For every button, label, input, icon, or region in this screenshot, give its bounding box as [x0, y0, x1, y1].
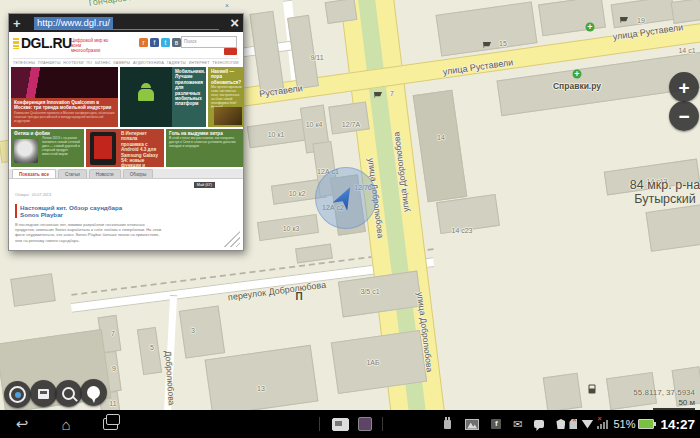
nav-item[interactable]: БИЗНЕС [95, 61, 111, 65]
screenshot-button[interactable] [331, 410, 349, 438]
article-block: Обзоры · 05.07.2013 Май (67) Настоящий к… [15, 182, 237, 243]
tile-image-android [120, 67, 172, 127]
tile-image [11, 67, 118, 98]
map-label: 9 [112, 365, 116, 372]
back-button[interactable]: ↩ [10, 410, 34, 438]
sim-error-icon: × [569, 419, 577, 429]
building [413, 90, 468, 203]
map-label: П [295, 291, 302, 302]
map-label: 7 [390, 90, 394, 97]
article-tile[interactable]: Haswell — пора обновиться? Мы протестиро… [208, 67, 243, 127]
building [10, 273, 55, 307]
nav-item[interactable]: ПО [87, 61, 93, 65]
article-tile[interactable]: Голь на выдумки хитра В этой статье мы р… [166, 129, 243, 167]
article-tile[interactable]: Конференция Innovation Qualcomm в Москве… [11, 67, 118, 127]
nav-item[interactable]: АУДИОТЕХНИКА [133, 61, 164, 65]
map-pin-icon [87, 386, 100, 399]
minimized-app-button[interactable] [358, 410, 372, 438]
twitter-icon[interactable]: t [161, 38, 170, 47]
tab-articles[interactable]: Статьи [58, 169, 87, 178]
bookmarks-button[interactable] [80, 379, 107, 406]
nav-item[interactable]: ГАДЖЕТЫ [167, 61, 186, 65]
nav-item[interactable]: ИНТЕРНЕТ [189, 61, 210, 65]
nav-item[interactable]: КАМЕРЫ [114, 61, 131, 65]
map-label: × [225, 2, 229, 9]
rss-icon[interactable]: r [139, 38, 148, 47]
vk-icon[interactable]: в [172, 38, 181, 47]
recents-button[interactable] [98, 410, 122, 438]
zoom-in-button[interactable]: + [669, 72, 699, 102]
home-button[interactable]: ⌂ [54, 410, 78, 438]
content-tabs: Показать все Статьи Новости Обзоры [9, 169, 243, 179]
article-tile[interactable]: В Интернет попала прошивка с Android 4.3… [86, 129, 164, 167]
plug-icon [444, 420, 451, 429]
url-underline [34, 29, 219, 30]
map-label: 3 [191, 327, 195, 334]
bar-divider [319, 417, 320, 431]
zoom-out-button[interactable]: − [669, 101, 699, 131]
map-label: 14 с1 [678, 47, 695, 54]
map-label: 1АБ [366, 359, 379, 366]
map-label: 19 [637, 17, 645, 24]
my-location-button[interactable] [4, 381, 31, 408]
android-system-bar: ↩ ⌂ f ✉ × × 51% 14:27 [0, 410, 700, 438]
browser-title-bar[interactable]: + http://www.dgl.ru/ × [9, 14, 243, 32]
site-search-button[interactable] [224, 48, 237, 55]
facebook-icon[interactable]: f [150, 38, 159, 47]
download-maps-button[interactable] [30, 380, 57, 407]
download-icon [38, 389, 49, 399]
tile-snippet: В этой статье мы расскажем, как получить… [166, 137, 243, 151]
district-label: 84 мкр. р-на Бутырский [610, 178, 700, 206]
site-tagline: Цифровой мир во всем многообразии [71, 38, 111, 53]
tile-image [14, 139, 38, 163]
poi-icon: + [573, 70, 582, 79]
dgl-logo-stripes-icon [13, 38, 19, 49]
building [137, 327, 162, 375]
site-search-input[interactable]: Поиск [181, 36, 237, 48]
tile-title: Конференция Innovation Qualcomm в Москве… [11, 98, 118, 112]
building [205, 345, 319, 410]
poi-icon [589, 385, 596, 394]
map-label: 7 [111, 330, 115, 337]
close-icon[interactable]: × [230, 14, 239, 31]
article-tile[interactable]: Фетиш и фобии Летом 2013 г. на рынке поя… [11, 129, 84, 167]
battery-icon [638, 419, 654, 429]
site-logo[interactable]: DGL.RU [21, 35, 72, 51]
map-label: Гончаровский [88, 0, 146, 8]
tab-reviews[interactable]: Обзоры [123, 169, 154, 178]
article-title-link[interactable]: Настоящий кит. Обзор саундбара Sonos Pla… [15, 204, 140, 218]
tab-show-all[interactable]: Показать все [12, 169, 56, 178]
recents-icon [103, 418, 118, 430]
url-field[interactable]: http://www.dgl.ru/ [34, 17, 113, 29]
poi-icon: + [586, 23, 595, 32]
building [543, 373, 583, 410]
nav-item[interactable]: НОУТБУКИ [63, 61, 84, 65]
map-label: 9/11 [310, 54, 323, 61]
map-label: 10 к1 [268, 131, 285, 138]
article-body: В последние несколько лет, помимо разраб… [15, 222, 165, 243]
nav-item[interactable]: ТЕХНОЛОГИИ [212, 61, 239, 65]
map-label: 14 с23 [451, 227, 472, 234]
move-handle-icon[interactable]: + [13, 16, 21, 31]
building [328, 101, 370, 134]
cell-signal-icon: × [597, 419, 610, 429]
building [645, 204, 700, 252]
map-label: 11 [109, 400, 116, 407]
archive-badge[interactable]: Май (67) [194, 182, 215, 188]
screen: Руставелиулица Руставелиулица Руставелиу… [0, 0, 700, 438]
tile-snippet: Летом 2013 г. на рынке появился новый се… [39, 137, 84, 159]
nav-item[interactable]: ТЕЛЕФОНЫ [13, 61, 35, 65]
nav-item[interactable]: ПЛАНШЕТЫ [38, 61, 61, 65]
map-search-button[interactable] [55, 380, 82, 407]
tile-title: Haswell — пора обновиться? [208, 67, 243, 86]
article-tile[interactable]: Мобильники. Лучшие приложения для различ… [120, 67, 206, 127]
tab-news[interactable]: Новости [89, 169, 121, 178]
tile-image-phone [90, 132, 116, 165]
chat-notification-icon [534, 420, 544, 428]
scale-label: 50 м [678, 398, 695, 407]
article-meta: Обзоры · 05.07.2013 [15, 193, 51, 197]
map-label: 10 к2 [289, 190, 306, 197]
building [325, 0, 358, 24]
floating-browser-window: + http://www.dgl.ru/ × DGL.RU Цифровой м… [8, 13, 244, 251]
battery-percent: 51% [613, 418, 635, 430]
